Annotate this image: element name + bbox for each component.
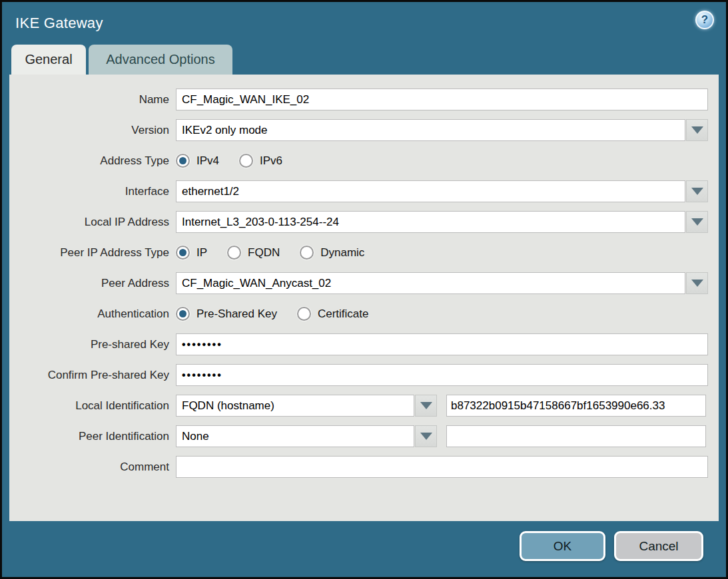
authentication-label: Authentication <box>9 307 176 321</box>
local-ip-address-dropdown-button[interactable] <box>686 211 708 233</box>
peer-identification-type-dropdown-value[interactable]: None <box>176 425 414 447</box>
ipv4-radio-label: IPv4 <box>196 154 219 168</box>
certificate-radio[interactable] <box>297 307 311 321</box>
interface-row: Interface ethernet1/2 <box>9 180 719 202</box>
general-tab-panel: Name Version IKEv2 only mode Address Typ… <box>9 75 719 521</box>
chevron-down-icon <box>691 126 703 134</box>
confirm-pre-shared-key-label: Confirm Pre-shared Key <box>9 369 176 382</box>
local-identification-dropdown-button[interactable] <box>415 395 437 417</box>
peer-identification-label: Peer Identification <box>9 430 176 443</box>
confirm-pre-shared-key-row: Confirm Pre-shared Key <box>9 364 719 386</box>
interface-dropdown-button[interactable] <box>686 180 708 202</box>
chevron-down-icon <box>420 433 432 440</box>
tab-advanced-options[interactable]: Advanced Options <box>89 45 232 75</box>
chevron-down-icon <box>691 218 703 226</box>
cancel-button[interactable]: Cancel <box>614 531 703 561</box>
pre-shared-key-radio[interactable] <box>176 307 190 321</box>
pre-shared-key-radio-label: Pre-Shared Key <box>196 307 277 321</box>
radio-dot-icon <box>179 249 186 256</box>
pre-shared-key-label: Pre-shared Key <box>9 338 176 351</box>
tab-general[interactable]: General <box>11 45 86 75</box>
peer-ip-address-type-label: Peer IP Address Type <box>9 246 176 260</box>
tab-bar: General Advanced Options <box>2 45 726 75</box>
version-row: Version IKEv2 only mode <box>9 119 719 141</box>
peer-address-dropdown-value[interactable]: CF_Magic_WAN_Anycast_02 <box>176 272 685 294</box>
interface-dropdown-value[interactable]: ethernet1/2 <box>176 180 685 202</box>
ok-button[interactable]: OK <box>520 531 605 561</box>
peer-ip-radio[interactable] <box>176 246 190 260</box>
address-type-row: Address Type IPv4 IPv6 <box>9 150 719 172</box>
name-input[interactable] <box>176 89 708 110</box>
chevron-down-icon <box>420 402 432 409</box>
peer-identification-row: Peer Identification None <box>9 425 719 447</box>
local-identification-row: Local Identification FQDN (hostname) <box>9 395 719 417</box>
peer-dynamic-radio-label: Dynamic <box>320 246 364 260</box>
ipv6-radio-label: IPv6 <box>260 154 282 168</box>
help-icon[interactable]: ? <box>695 11 714 29</box>
version-label: Version <box>9 124 176 137</box>
interface-label: Interface <box>9 185 176 198</box>
version-dropdown-value[interactable]: IKEv2 only mode <box>176 119 685 141</box>
local-ip-address-row: Local IP Address Internet_L3_203-0-113-2… <box>9 211 719 233</box>
peer-dynamic-radio[interactable] <box>300 246 314 260</box>
chevron-down-icon <box>691 188 703 195</box>
peer-address-dropdown-button[interactable] <box>686 272 708 294</box>
address-type-label: Address Type <box>9 154 176 168</box>
peer-identification-dropdown-button[interactable] <box>415 425 437 447</box>
confirm-pre-shared-key-input[interactable] <box>176 364 708 386</box>
peer-identification-value-input[interactable] <box>446 425 706 447</box>
ipv4-radio[interactable] <box>176 154 190 168</box>
peer-fqdn-radio-label: FQDN <box>248 246 280 260</box>
local-identification-label: Local Identification <box>9 399 176 413</box>
local-ip-address-label: Local IP Address <box>9 216 176 229</box>
pre-shared-key-input[interactable] <box>176 333 708 355</box>
dialog-title: IKE Gateway <box>15 15 103 32</box>
peer-ip-radio-label: IP <box>196 246 207 260</box>
comment-input[interactable] <box>176 456 708 478</box>
pre-shared-key-row: Pre-shared Key <box>9 333 719 355</box>
ike-gateway-dialog: IKE Gateway ? General Advanced Options N… <box>0 0 728 579</box>
local-identification-value-input[interactable] <box>446 395 706 417</box>
peer-address-row: Peer Address CF_Magic_WAN_Anycast_02 <box>9 272 719 294</box>
peer-ip-address-type-row: Peer IP Address Type IP FQDN Dynamic <box>9 242 719 264</box>
chevron-down-icon <box>691 280 703 287</box>
authentication-row: Authentication Pre-Shared Key Certificat… <box>9 303 719 325</box>
ipv6-radio[interactable] <box>239 154 253 168</box>
name-label: Name <box>9 93 176 106</box>
peer-fqdn-radio[interactable] <box>227 246 241 260</box>
local-identification-type-dropdown-value[interactable]: FQDN (hostname) <box>176 395 414 417</box>
name-row: Name <box>9 89 719 110</box>
radio-dot-icon <box>179 310 186 317</box>
comment-label: Comment <box>9 461 176 474</box>
version-dropdown-button[interactable] <box>686 119 708 141</box>
certificate-radio-label: Certificate <box>318 307 369 321</box>
local-ip-address-dropdown-value[interactable]: Internet_L3_203-0-113-254--24 <box>176 211 685 233</box>
title-bar: IKE Gateway ? <box>2 2 726 45</box>
peer-address-label: Peer Address <box>9 277 176 290</box>
comment-row: Comment <box>9 456 719 478</box>
dialog-footer: OK Cancel <box>2 521 726 577</box>
radio-dot-icon <box>179 157 186 164</box>
